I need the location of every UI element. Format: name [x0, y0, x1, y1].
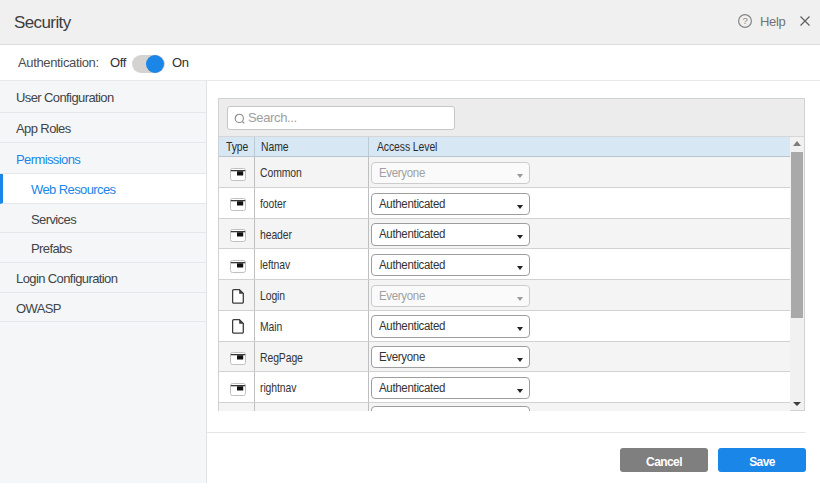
svg-text:?: ? [743, 15, 748, 26]
